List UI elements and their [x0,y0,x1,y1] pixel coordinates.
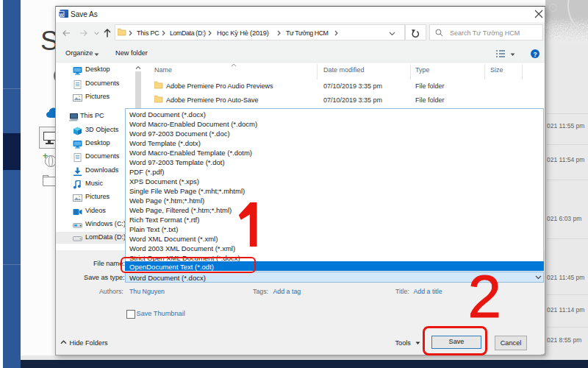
svg-text:W: W [60,13,64,17]
